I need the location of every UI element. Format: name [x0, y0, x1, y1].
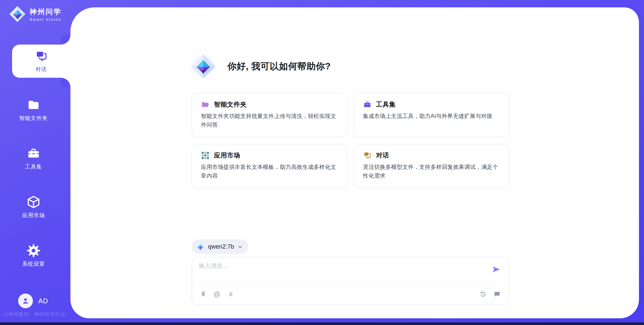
card-description: 应用市场提供丰富长文本模板，助力高效生成多样化文章内容	[201, 163, 338, 180]
sidebar-footer: ©神州数码 · 神州问学出品	[4, 311, 66, 318]
chat-bubble-icon	[493, 290, 501, 298]
mention-button[interactable]: @	[213, 290, 221, 299]
sidebar-item-chat[interactable]: 对话	[12, 45, 70, 78]
brand-diamond-icon	[189, 52, 218, 81]
sidebar-item-toolset[interactable]: 工具集	[0, 146, 67, 171]
user-initials: AD	[38, 297, 48, 305]
brand-diamond-icon	[9, 5, 26, 23]
person-icon	[21, 297, 30, 305]
bottom-strip	[0, 322, 644, 325]
avatar	[18, 294, 33, 308]
sidebar-item-label: 对话	[36, 66, 47, 73]
feature-cards: 智能文件夹 智能文件夹功能支持批量文件上传与清洗，轻松实现文件问答 工具集 集成…	[192, 93, 509, 188]
cube-icon	[26, 195, 41, 209]
card-title: 工具集	[376, 100, 396, 109]
model-selector[interactable]: qwen2:7b	[192, 240, 248, 254]
sidebar-item-label: 应用市场	[22, 212, 45, 219]
brand-logo: 神州问学 Smart Vision	[9, 5, 62, 23]
card-description: 智能文件夹功能支持批量文件上传与清洗，轻松实现文件问答	[201, 112, 338, 129]
card-chat[interactable]: 对话 灵活切换多模型文件，支持多样回复效果调试，满足个性化需求	[354, 144, 509, 188]
folder-icon	[26, 98, 41, 112]
card-description: 灵活切换多模型文件，支持多样回复效果调试，满足个性化需求	[363, 163, 500, 180]
sidebar: 神州问学 Smart Vision 对话 智能文件夹	[0, 0, 70, 325]
brand-name: 神州问学	[30, 7, 62, 16]
chat-bubbles-icon	[35, 50, 48, 63]
sidebar-item-app-market[interactable]: 应用市场	[0, 195, 67, 219]
card-app-market[interactable]: 应用市场 应用市场提供丰富长文本模板，助力高效生成多样化文章内容	[192, 144, 347, 188]
greeting: 你好, 我可以如何帮助你?	[189, 52, 331, 81]
model-name: qwen2:7b	[208, 243, 234, 250]
grid-icon	[201, 151, 210, 160]
folder-open-icon	[201, 100, 210, 109]
tab-fillet-top	[61, 35, 70, 45]
user-menu[interactable]: AD	[18, 294, 48, 308]
chevron-down-icon	[237, 244, 243, 250]
card-title: 对话	[376, 151, 389, 160]
message-input[interactable]	[199, 262, 481, 283]
card-title: 智能文件夹	[214, 100, 247, 109]
composer-toolbar-right	[479, 290, 501, 299]
gear-icon	[26, 244, 41, 258]
attach-file-button[interactable]	[199, 290, 208, 299]
sidebar-item-label: 智能文件夹	[19, 115, 48, 122]
composer-divider	[199, 286, 501, 286]
paperclip-icon	[200, 290, 207, 298]
greeting-text: 你好, 我可以如何帮助你?	[227, 60, 331, 72]
main-panel: 你好, 我可以如何帮助你? 智能文件夹 智能文件夹功能支持批量文件上传与清洗，轻…	[70, 7, 639, 318]
brand-subtitle: Smart Vision	[30, 17, 62, 21]
history-clock-icon	[479, 290, 487, 298]
sidebar-item-smart-folder[interactable]: 智能文件夹	[0, 98, 67, 122]
toolbox-icon	[26, 146, 41, 160]
card-description: 集成市场上主流工具，助力AI与外界无缝扩展与对接	[363, 112, 500, 121]
card-smart-folder[interactable]: 智能文件夹 智能文件夹功能支持批量文件上传与清洗，轻松实现文件问答	[192, 93, 347, 137]
conversation-button[interactable]	[493, 290, 501, 299]
history-button[interactable]	[479, 290, 487, 299]
tab-fillet-bottom	[61, 78, 70, 87]
card-title: 应用市场	[214, 151, 240, 160]
send-button[interactable]	[491, 265, 501, 274]
chat-bubbles-icon	[363, 151, 372, 160]
sidebar-item-label: 工具集	[25, 164, 42, 171]
sidebar-item-label: 系统设置	[22, 261, 45, 268]
send-icon	[491, 265, 501, 274]
hashtag-button[interactable]: #	[226, 290, 235, 299]
composer-toolbar: @ #	[199, 290, 235, 299]
brand-diamond-icon	[196, 243, 205, 251]
card-toolset[interactable]: 工具集 集成市场上主流工具，助力AI与外界无缝扩展与对接	[354, 93, 509, 137]
toolbox-icon	[363, 100, 372, 109]
message-composer: @ #	[192, 257, 508, 305]
sidebar-item-settings[interactable]: 系统设置	[0, 244, 67, 268]
